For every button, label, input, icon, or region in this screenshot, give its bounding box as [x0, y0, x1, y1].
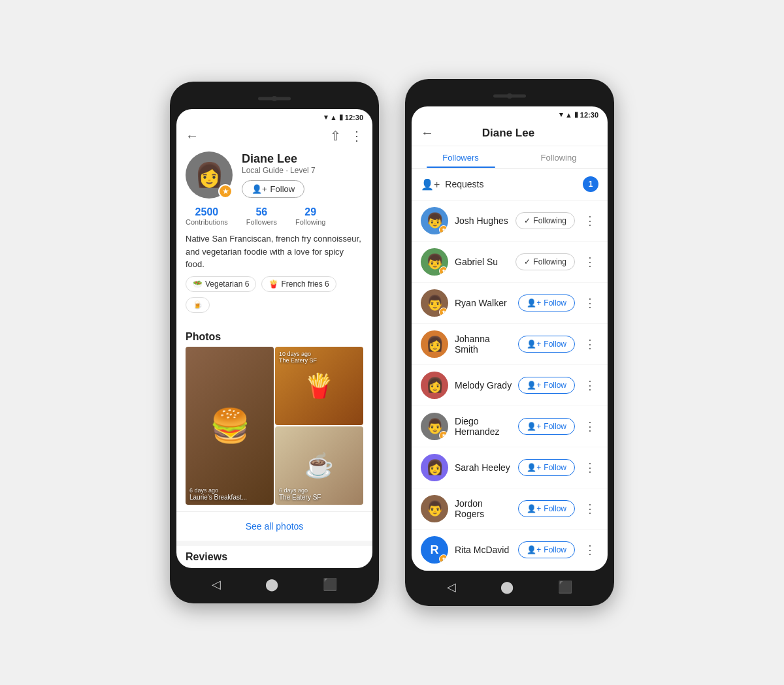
- vegetarian-emoji: 🥗: [193, 279, 203, 289]
- follow-icon-5: 👤+: [527, 422, 541, 431]
- share-button[interactable]: ⇧: [330, 128, 341, 144]
- follow-button-4[interactable]: 👤+ Follow: [518, 377, 575, 394]
- follow-icon-4: 👤+: [527, 381, 541, 390]
- initial-R: R: [431, 543, 439, 557]
- follow-button-label: Follow: [270, 184, 295, 194]
- follow-button-3[interactable]: 👤+ Follow: [518, 336, 575, 353]
- following-button-1[interactable]: ✓ Following: [515, 253, 575, 270]
- name-diego-hernandez: Diego Hernandez: [455, 416, 512, 437]
- photo-1-label: 6 days ago Laurie's Breakfast...: [189, 487, 247, 501]
- follower-row-0: 👦 ★ Josh Hughes ✓ Following ⋮: [412, 200, 608, 242]
- contributions-label: Contributions: [186, 218, 228, 226]
- phone-top-bar-1: [176, 91, 372, 106]
- photo-2[interactable]: 10 days ago The Eatery SF 🍟: [275, 347, 363, 425]
- wifi-icon: ▾: [324, 113, 328, 121]
- avatar-jordon-rogers: 👨: [421, 495, 448, 522]
- status-bar-2: ▾ ▲ ▮ 12:30: [412, 106, 608, 120]
- back-button-1[interactable]: ←: [186, 129, 199, 144]
- stat-following[interactable]: 29 Following: [295, 206, 325, 226]
- following-button-0[interactable]: ✓ Following: [515, 212, 575, 229]
- follow-button-7[interactable]: 👤+ Follow: [518, 500, 575, 517]
- photo-3-label: 6 days ago The Eatery SF: [279, 487, 321, 501]
- recent-nav-button-2[interactable]: ⬛: [558, 580, 572, 594]
- tag-beer[interactable]: 🍺: [186, 297, 210, 313]
- home-nav-button-2[interactable]: ⬤: [500, 580, 514, 594]
- following-label: Following: [295, 218, 325, 226]
- photo-grid: 6 days ago Laurie's Breakfast... 🍔 10 da…: [186, 347, 363, 505]
- see-all-photos-button[interactable]: See all photos: [176, 511, 372, 541]
- more-button-8[interactable]: ⋮: [581, 543, 598, 557]
- more-button-7[interactable]: ⋮: [581, 502, 598, 516]
- photos-section-title: Photos: [176, 325, 372, 347]
- photo-1[interactable]: 6 days ago Laurie's Breakfast... 🍔: [186, 347, 274, 505]
- screen-content-1: ← ⇧ ⋮ 👩 ★ Diane Lee L: [176, 123, 372, 568]
- avatar-melody-grady: 👩: [421, 372, 448, 399]
- screen-1: ▾ ▲ ▮ 12:30 ← ⇧ ⋮ 👩: [176, 109, 372, 568]
- avatar-ryan-walker: 👨 ★: [421, 289, 448, 317]
- more-button-1[interactable]: ⋮: [581, 255, 598, 269]
- fries-label: French fries 6: [281, 279, 329, 289]
- bottom-nav-2: ◁ ⬤ ⬛: [412, 573, 608, 599]
- follower-row-7: 👨 Jordon Rogers 👤+ Follow ⋮: [412, 488, 608, 530]
- avatar-gabriel-su: 👦 ★: [421, 248, 448, 276]
- home-nav-button-1[interactable]: ⬤: [265, 577, 278, 592]
- checkmark-icon-0: ✓: [524, 216, 531, 225]
- profile-section: 👩 ★ Diane Lee Local Guide · Level 7 👤+ F…: [176, 149, 372, 325]
- follower-row-2: 👨 ★ Ryan Walker 👤+ Follow ⋮: [412, 283, 608, 324]
- tag-vegetarian[interactable]: 🥗 Vegetarian 6: [186, 276, 256, 292]
- tab-followers[interactable]: Followers: [412, 146, 510, 168]
- name-sarah-heeley: Sarah Heeley: [455, 462, 512, 473]
- more-button-0[interactable]: ⋮: [581, 214, 598, 228]
- recent-nav-button-1[interactable]: ⬛: [323, 577, 337, 592]
- stat-followers[interactable]: 56 Followers: [246, 206, 277, 226]
- follow-button-6[interactable]: 👤+ Follow: [518, 459, 575, 476]
- time-display-1: 12:30: [345, 114, 363, 121]
- follow-button[interactable]: 👤+ Follow: [242, 180, 304, 198]
- more-button-3[interactable]: ⋮: [581, 337, 598, 351]
- back-button-2[interactable]: ←: [421, 125, 434, 140]
- stat-contributions[interactable]: 2500 Contributions: [186, 206, 228, 226]
- name-josh-hughes: Josh Hughes: [455, 215, 509, 226]
- following-count: 29: [295, 206, 325, 218]
- more-button-5[interactable]: ⋮: [581, 419, 598, 434]
- avatar-diego-hernandez: 👨 ★: [421, 413, 448, 440]
- wifi-icon-2: ▾: [559, 110, 563, 119]
- add-person-icon: 👤+: [421, 178, 440, 191]
- more-button-6[interactable]: ⋮: [581, 460, 598, 475]
- vegetarian-label: Vegetarian 6: [205, 279, 249, 289]
- tags-row: 🥗 Vegetarian 6 🍟 French fries 6 🍺: [186, 276, 363, 313]
- back-nav-button-2[interactable]: ◁: [447, 580, 456, 594]
- name-johanna-smith: Johanna Smith: [455, 334, 512, 355]
- status-bar-1: ▾ ▲ ▮ 12:30: [176, 109, 372, 123]
- photo-3-when: 6 days ago: [279, 487, 321, 494]
- follower-list: 👦 ★ Josh Hughes ✓ Following ⋮ 👦 ★ Gabrie…: [412, 200, 608, 571]
- avatar-rita-mcdavid: R ★: [421, 536, 448, 564]
- follower-row-5: 👨 ★ Diego Hernandez 👤+ Follow ⋮: [412, 406, 608, 447]
- follow-button-8[interactable]: 👤+ Follow: [518, 541, 575, 558]
- level-badge: ★: [218, 184, 233, 199]
- follow-icon-2: 👤+: [527, 298, 541, 308]
- requests-row[interactable]: 👤+ Requests 1: [412, 168, 608, 200]
- follow-label-3: Follow: [544, 340, 566, 349]
- requests-label: Requests: [445, 179, 578, 189]
- avatar-wrap: 👩 ★: [186, 151, 233, 199]
- follow-label-4: Follow: [544, 381, 566, 390]
- level-badge-5: ★: [439, 431, 448, 440]
- follow-icon-7: 👤+: [527, 504, 541, 513]
- level-badge-2: ★: [439, 308, 448, 317]
- fries-emoji: 🍟: [269, 279, 278, 289]
- follow-button-2[interactable]: 👤+ Follow: [518, 295, 575, 311]
- phone-top-bar-2: [412, 88, 608, 104]
- more-button-4[interactable]: ⋮: [581, 378, 598, 392]
- follow-button-5[interactable]: 👤+ Follow: [518, 418, 575, 435]
- more-button-2[interactable]: ⋮: [581, 296, 598, 310]
- screen-2: ▾ ▲ ▮ 12:30 ← Diane Lee Followers Follow…: [412, 106, 608, 571]
- tag-fries[interactable]: 🍟 French fries 6: [261, 276, 336, 292]
- follower-row-1: 👦 ★ Gabriel Su ✓ Following ⋮: [412, 242, 608, 283]
- tab-following[interactable]: Following: [510, 146, 608, 168]
- followers-label: Followers: [246, 218, 277, 226]
- more-options-button[interactable]: ⋮: [350, 128, 363, 144]
- stats-row: 2500 Contributions 56 Followers 29 Follo…: [186, 206, 363, 226]
- photo-3[interactable]: 6 days ago The Eatery SF ☕: [275, 426, 363, 505]
- back-nav-button-1[interactable]: ◁: [212, 577, 221, 592]
